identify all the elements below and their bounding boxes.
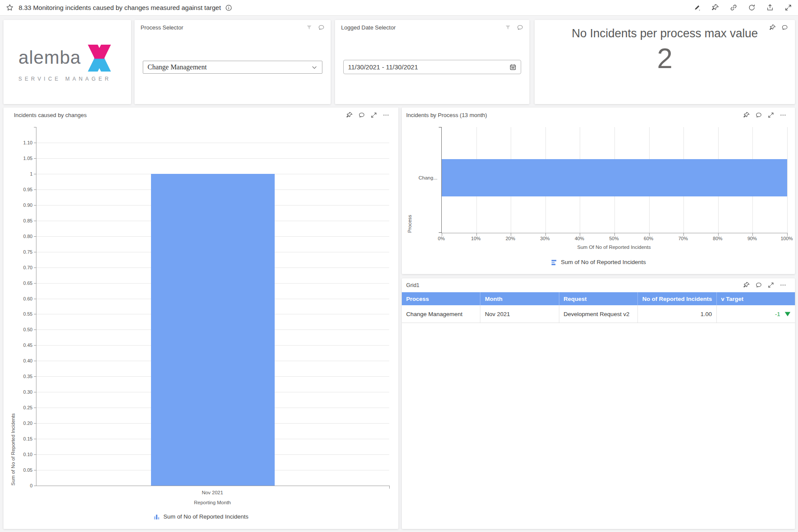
y-tick bbox=[34, 189, 36, 190]
column-header-v-target[interactable]: v Target bbox=[717, 292, 795, 305]
grid-body: Change ManagementNov 2021Development Req… bbox=[402, 305, 795, 323]
pin-icon[interactable] bbox=[712, 4, 719, 11]
x-tick bbox=[649, 233, 650, 236]
bar-nov-2021[interactable] bbox=[151, 174, 275, 486]
kpi-value: 2 bbox=[535, 42, 795, 75]
y-tick-label: 0.15 bbox=[23, 437, 33, 441]
x-tick-label: 90% bbox=[747, 236, 757, 241]
target-value: -1 bbox=[775, 311, 780, 317]
x-tick-label: 80% bbox=[713, 236, 722, 241]
export-icon[interactable] bbox=[766, 4, 774, 11]
x-axis-title: Sum Of No of Reported Incidents bbox=[441, 245, 787, 250]
y-tick-label: 0.05 bbox=[23, 468, 33, 473]
y-tick bbox=[34, 486, 36, 486]
y-tick-label: 0.95 bbox=[23, 187, 33, 192]
ellipsis-icon[interactable] bbox=[780, 282, 786, 288]
y-tick bbox=[34, 252, 36, 252]
favorite-star-icon[interactable] bbox=[6, 4, 13, 11]
y-axis-end-tick bbox=[34, 127, 36, 127]
x-tick-label: 40% bbox=[575, 236, 584, 241]
comment-icon[interactable] bbox=[755, 282, 762, 288]
logo-card: alemba SERVICE MANAGER bbox=[3, 20, 131, 104]
fullscreen-icon[interactable] bbox=[785, 4, 792, 11]
x-tick bbox=[511, 233, 511, 236]
comment-icon[interactable] bbox=[755, 112, 762, 118]
x-tick bbox=[614, 233, 615, 236]
info-icon[interactable] bbox=[225, 4, 232, 11]
chevron-down-icon bbox=[311, 64, 318, 71]
x-tick-label: 50% bbox=[609, 236, 619, 241]
y-tick-label: 1.10 bbox=[23, 140, 33, 145]
y-tick-label: 0.20 bbox=[23, 421, 33, 426]
x-tick bbox=[718, 233, 719, 236]
y-tick bbox=[34, 392, 36, 392]
y-tick bbox=[34, 143, 36, 143]
link-icon[interactable] bbox=[730, 4, 737, 11]
pin-icon[interactable] bbox=[346, 112, 353, 118]
ellipsis-icon[interactable] bbox=[780, 112, 786, 118]
column-header-month[interactable]: Month bbox=[480, 292, 559, 305]
x-tick bbox=[787, 233, 788, 236]
kpi-title: No Incidents per process max value bbox=[535, 27, 795, 40]
comment-icon[interactable] bbox=[358, 112, 365, 118]
incidents-by-process-card: Incidents by Process (13 month) Process … bbox=[402, 108, 795, 274]
brand-name: alemba bbox=[19, 49, 81, 67]
refresh-icon[interactable] bbox=[748, 4, 755, 11]
comment-icon[interactable] bbox=[318, 24, 325, 31]
column-header-request[interactable]: Request bbox=[559, 292, 638, 305]
expand-icon[interactable] bbox=[768, 282, 774, 288]
x-tick bbox=[442, 233, 442, 236]
x-tick-label: 0% bbox=[438, 236, 445, 241]
cell-month: Nov 2021 bbox=[480, 305, 559, 323]
y-tick-label: 0.65 bbox=[23, 281, 33, 285]
y-tick bbox=[34, 221, 36, 221]
chart2-plot: Chang... bbox=[441, 127, 787, 233]
process-dropdown[interactable]: Change Management bbox=[143, 61, 322, 74]
comment-icon[interactable] bbox=[517, 24, 523, 31]
cell-request: Development Request v2 bbox=[559, 305, 638, 323]
date-range-input[interactable]: 11/30/2021 - 11/30/2021 bbox=[343, 60, 521, 74]
y-tick-label: 0.70 bbox=[23, 265, 33, 270]
data-grid: ProcessMonthRequestNo of Reported Incide… bbox=[402, 292, 795, 529]
chart-title: Incidents caused by changes bbox=[14, 112, 87, 118]
y-tick-label: 0.85 bbox=[23, 218, 33, 223]
y-tick bbox=[34, 158, 36, 159]
brand-subtitle: SERVICE MANAGER bbox=[19, 76, 116, 82]
filter-icon[interactable] bbox=[306, 24, 312, 31]
y-tick-label: 0.10 bbox=[23, 452, 33, 457]
y-tick bbox=[34, 454, 36, 455]
x-tick-label: 20% bbox=[506, 236, 515, 241]
target-down-icon bbox=[785, 312, 791, 317]
chart1-plot: 00.050.100.150.200.250.300.350.400.450.5… bbox=[36, 127, 389, 486]
y-tick-label: 0.45 bbox=[23, 343, 33, 348]
column-header-no-of-reported-incidents[interactable]: No of Reported Incidents bbox=[638, 292, 716, 305]
y-tick bbox=[34, 268, 36, 268]
y-tick-label: 0.75 bbox=[23, 249, 33, 254]
legend-label: Sum of No of Reported Incidents bbox=[164, 513, 249, 520]
chart1-legend[interactable]: Sum of No of Reported Incidents bbox=[3, 513, 398, 520]
filter-icon[interactable] bbox=[505, 24, 511, 31]
y-tick-label: 0.30 bbox=[23, 390, 33, 395]
toolbar-actions bbox=[693, 4, 792, 11]
pin-icon[interactable] bbox=[743, 282, 750, 288]
expand-icon[interactable] bbox=[768, 112, 774, 118]
card-title: Process Selector bbox=[141, 24, 183, 31]
y-tick-label: 0.35 bbox=[23, 374, 33, 379]
ellipsis-icon[interactable] bbox=[383, 112, 389, 118]
x-tick bbox=[545, 233, 546, 236]
chart-title: Incidents by Process (13 month) bbox=[406, 112, 487, 118]
pin-icon[interactable] bbox=[743, 112, 750, 118]
x-tick-label: 60% bbox=[644, 236, 654, 241]
y-tick bbox=[34, 470, 36, 470]
gridline bbox=[36, 158, 389, 159]
table-row[interactable]: Change ManagementNov 2021Development Req… bbox=[402, 305, 795, 323]
column-header-process[interactable]: Process bbox=[402, 292, 480, 305]
x-axis-title: Reporting Month bbox=[36, 500, 389, 505]
top-toolbar: 8.33 Monitoring incidents caused by chan… bbox=[0, 0, 798, 16]
expand-icon[interactable] bbox=[371, 112, 377, 118]
bar-chang-[interactable] bbox=[442, 159, 787, 196]
annotate-marker-icon[interactable] bbox=[693, 4, 701, 11]
y-tick bbox=[34, 376, 36, 377]
chart2-legend[interactable]: Sum of No of Reported Incidents bbox=[402, 259, 795, 265]
cell-no-of-reported-incidents: 1.00 bbox=[638, 305, 716, 323]
